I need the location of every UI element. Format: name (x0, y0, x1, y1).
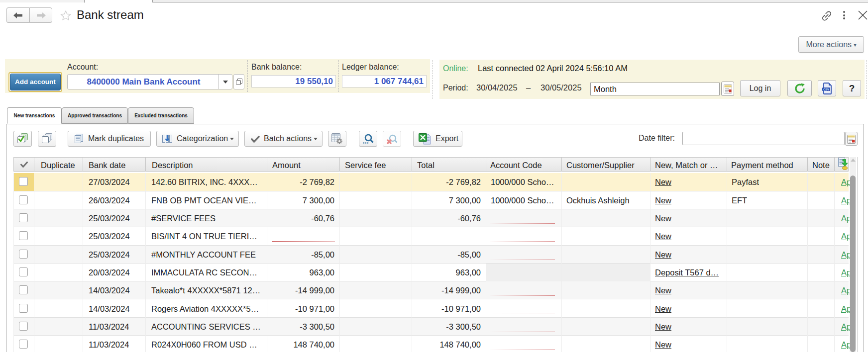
svg-text:CSV: CSV (823, 88, 829, 91)
